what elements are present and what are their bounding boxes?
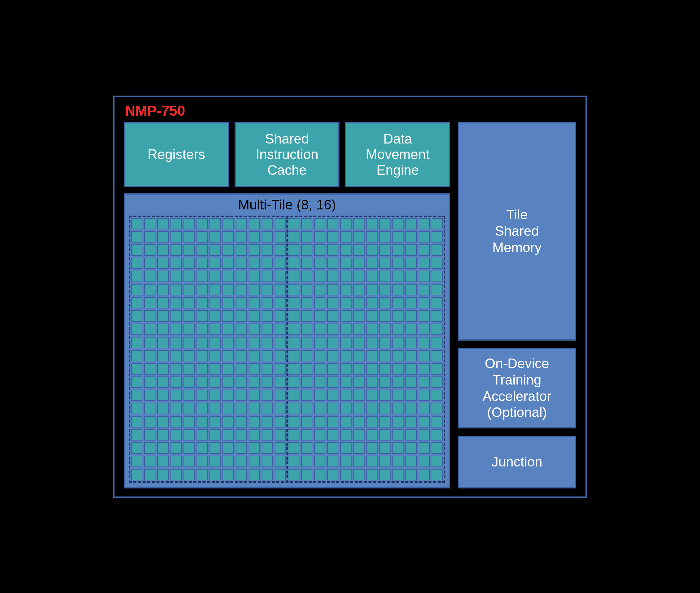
- tile-cell: [249, 258, 260, 269]
- tile-cell: [170, 442, 182, 454]
- tile-cell: [275, 363, 286, 374]
- tile-cell: [196, 377, 208, 388]
- tile-cell: [223, 284, 234, 295]
- tile-cell: [353, 377, 364, 388]
- tile-cell: [144, 456, 155, 467]
- tile-cell: [366, 456, 378, 467]
- tile-cell: [184, 297, 195, 309]
- tile-cell: [379, 284, 391, 295]
- tile-cell: [236, 310, 247, 322]
- tile-cell: [288, 297, 299, 309]
- tile-cell: [184, 258, 195, 269]
- tile-cell: [184, 324, 195, 335]
- tile-cell: [379, 377, 391, 388]
- tile-cell: [314, 284, 325, 295]
- tile-cell: [405, 403, 417, 414]
- tile-cell: [209, 442, 221, 454]
- tile-cell: [184, 469, 195, 480]
- tile-cell: [184, 310, 195, 322]
- tile-cell: [379, 258, 391, 269]
- tile-cell: [209, 218, 221, 230]
- tile-cell: [209, 390, 221, 401]
- tile-cell: [432, 271, 443, 282]
- tile-cell: [262, 244, 273, 256]
- tile-cell: [340, 456, 351, 467]
- tile-cell: [131, 416, 142, 428]
- tile-cell: [405, 271, 417, 282]
- tile-cell: [405, 297, 417, 309]
- tile-cell: [144, 218, 155, 230]
- tile-cell: [353, 231, 364, 242]
- tile-cell: [157, 390, 168, 401]
- tile-cell: [196, 218, 208, 230]
- tile-cell: [236, 337, 247, 348]
- tile-cell: [249, 363, 260, 374]
- tile-cell: [419, 377, 430, 388]
- tile-cell: [144, 429, 155, 441]
- tile-cell: [366, 297, 378, 309]
- tile-cell: [340, 363, 351, 374]
- tile-cell: [301, 284, 312, 295]
- tile-cell: [209, 456, 221, 467]
- tile-cell: [392, 416, 403, 428]
- tile-cell: [379, 416, 391, 428]
- tile-cell: [275, 310, 286, 322]
- tile-cell: [262, 416, 273, 428]
- tile-cell: [184, 416, 195, 428]
- tile-cell: [419, 218, 430, 230]
- tile-cell: [432, 231, 443, 242]
- tile-cell: [327, 337, 338, 348]
- tile-cell: [288, 337, 299, 348]
- tile-cell: [314, 403, 325, 414]
- tile-cell: [157, 416, 168, 428]
- tile-cell: [392, 363, 403, 374]
- tile-cell: [419, 324, 430, 335]
- tile-cell: [432, 337, 443, 348]
- tile-cell: [419, 284, 430, 295]
- tile-cell: [131, 310, 142, 322]
- tile-cell: [170, 337, 182, 348]
- tile-cell: [366, 231, 378, 242]
- multi-tile-block: Multi-Tile (8, 16): [124, 193, 450, 488]
- tile-cell: [327, 218, 338, 230]
- tile-cell: [353, 271, 364, 282]
- tile-cell: [419, 271, 430, 282]
- tile-cell: [288, 456, 299, 467]
- tile-cell: [432, 218, 443, 230]
- block-registers: Registers: [124, 122, 229, 187]
- tile-cell: [262, 231, 273, 242]
- tile-cell: [340, 271, 351, 282]
- tile-cell: [170, 403, 182, 414]
- tile-cell: [353, 456, 364, 467]
- tile-cell: [249, 456, 260, 467]
- tile-cell: [170, 416, 182, 428]
- tile-cell: [144, 324, 155, 335]
- tile-cell: [301, 377, 312, 388]
- tile-cell: [288, 324, 299, 335]
- tile-cell: [170, 297, 182, 309]
- tile-cell: [432, 310, 443, 322]
- tile-cell: [184, 284, 195, 295]
- tile-cell: [262, 469, 273, 480]
- tile-cell: [405, 377, 417, 388]
- tile-cell: [223, 442, 234, 454]
- tile-cell: [419, 456, 430, 467]
- tile-cell: [144, 403, 155, 414]
- tile-cell: [340, 244, 351, 256]
- tile-cell: [327, 244, 338, 256]
- tile-cell: [419, 310, 430, 322]
- tile-cell: [184, 363, 195, 374]
- tile-cell: [170, 218, 182, 230]
- tile-cell: [262, 271, 273, 282]
- tile-cell: [366, 403, 378, 414]
- tile-cell: [196, 442, 208, 454]
- left-column: RegistersShared Instruction CacheData Mo…: [124, 122, 450, 488]
- tile-cell: [405, 244, 417, 256]
- tile-cell: [379, 231, 391, 242]
- tile-cell: [366, 310, 378, 322]
- tile-cell: [184, 377, 195, 388]
- tile-cell: [275, 297, 286, 309]
- tile-cell: [314, 390, 325, 401]
- tile-cell: [249, 310, 260, 322]
- tile-cell: [419, 350, 430, 362]
